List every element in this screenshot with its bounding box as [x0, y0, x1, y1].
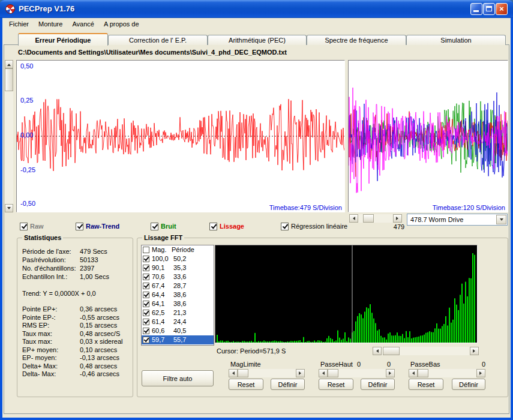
lissage-checkbox-label[interactable]: Lissage — [220, 223, 244, 230]
fft-hscroll-right-arrow[interactable] — [470, 347, 479, 355]
bruit-checkbox-label[interactable]: Bruit — [161, 223, 176, 230]
raw-checkbox-label[interactable]: Raw — [30, 223, 44, 230]
menu-monture[interactable]: Monture — [34, 19, 67, 29]
bruit-checkbox[interactable] — [151, 223, 158, 230]
fft-list-item[interactable]: 70,633,6 — [142, 272, 214, 281]
regression-lineaire-checkbox-label[interactable]: Régression linéaire — [291, 223, 347, 230]
left-chart[interactable]: 0,50 0,25 0,00 -0,25 -0,50 Timebase:479 … — [16, 60, 345, 212]
raw-trend-checkbox[interactable] — [76, 223, 83, 230]
menu-a-propos[interactable]: A propos de — [99, 19, 144, 29]
vscroll-up-arrow[interactable] — [5, 60, 13, 68]
tab-correction-ep[interactable]: Correction de l' E.P. — [108, 35, 208, 45]
passehaut-slider[interactable] — [319, 369, 395, 377]
fft-chart[interactable] — [215, 245, 478, 343]
stat-value: 0,36 arcsecs — [80, 305, 117, 313]
fft-list-item[interactable]: 60,640,5 — [142, 326, 214, 335]
lissage-checkbox[interactable] — [209, 223, 217, 230]
fft-item-checkbox[interactable] — [143, 265, 149, 271]
passebas-right-arrow[interactable] — [476, 369, 485, 377]
stat-row: Taux max:0,48 arcsec/S — [22, 330, 131, 338]
right-chart[interactable]: Timebase:120 S/Division — [348, 60, 508, 212]
fft-hscroll-track[interactable] — [382, 347, 470, 355]
tab-arithmetique-pec[interactable]: Arithmétique (PEC) — [208, 35, 307, 45]
tab-simulation[interactable]: Simulation — [406, 35, 506, 45]
definir-label: Définir — [278, 381, 298, 388]
minimize-button[interactable] — [470, 3, 482, 15]
regression-lineaire-checkbox[interactable] — [281, 223, 289, 230]
maglimite-right-arrow[interactable] — [296, 369, 305, 377]
filtre-auto-button[interactable]: Filtre auto — [142, 370, 214, 386]
fft-item-checkbox[interactable] — [143, 301, 149, 307]
passehaut-definir-button[interactable]: Définir — [361, 379, 395, 390]
fft-list-item-selected[interactable]: 59,755,7 — [142, 335, 214, 344]
passebas-left-arrow[interactable] — [409, 369, 418, 377]
close-button[interactable]: × — [496, 3, 508, 15]
fft-item-checkbox[interactable] — [143, 283, 149, 289]
stat-label: Pas/révolution: — [22, 256, 66, 263]
fft-list-item[interactable]: 100,050,2 — [142, 254, 214, 263]
stat-value: -0,46 arcsecs — [80, 370, 119, 378]
fft-hscrollbar[interactable] — [373, 347, 479, 355]
worm-drive-select[interactable]: 478.7 Worm Drive — [407, 214, 508, 226]
fft-header-period: Période — [172, 245, 194, 254]
combo-dropdown-button[interactable] — [496, 215, 506, 224]
fft-list-item[interactable]: 67,428,7 — [142, 281, 214, 290]
vscroll-down-arrow[interactable] — [5, 204, 13, 212]
fft-list-item[interactable]: 61,424,4 — [142, 317, 214, 326]
maglimite-thumb[interactable] — [238, 369, 248, 377]
fft-list-item[interactable]: 62,521,3 — [142, 308, 214, 317]
passehaut-right-arrow[interactable] — [386, 369, 395, 377]
hscroll-thumb[interactable] — [363, 214, 374, 223]
passehaut-label: PasseHaut — [320, 361, 353, 368]
fft-hscroll-left-arrow[interactable] — [373, 347, 382, 355]
y-tick: 0,00 — [20, 131, 33, 139]
hscroll-right-arrow[interactable] — [393, 214, 402, 223]
fft-list-item[interactable]: 64,438,6 — [142, 290, 214, 299]
passehaut-thumb[interactable] — [328, 369, 338, 377]
maglimite-left-arrow[interactable] — [229, 369, 238, 377]
fft-item-checkbox[interactable] — [143, 292, 149, 298]
passehaut-reset-button[interactable]: Reset — [319, 379, 353, 390]
fft-list-item[interactable]: 64,138,6 — [142, 299, 214, 308]
fft-hscroll-thumb[interactable] — [383, 347, 400, 355]
vscroll-thumb[interactable] — [5, 68, 13, 91]
stat-label: Delta- Max: — [22, 370, 56, 377]
fft-list-header[interactable]: Mag. Période — [142, 245, 214, 254]
passehaut-left-arrow[interactable] — [319, 369, 328, 377]
maglimite-track[interactable] — [238, 369, 296, 377]
passebas-track[interactable] — [418, 369, 476, 377]
fft-header-checkbox[interactable] — [143, 247, 149, 253]
fft-item-checkbox[interactable] — [143, 310, 149, 316]
right-chart-hscrollbar[interactable] — [349, 214, 402, 223]
passebas-reset-button[interactable]: Reset — [409, 379, 443, 390]
title-bar[interactable]: PECPrep V1.76 × — [0, 0, 513, 18]
fft-item-checkbox[interactable] — [143, 256, 149, 262]
raw-checkbox[interactable] — [20, 223, 28, 230]
stat-label: Echantillon Int.: — [22, 273, 67, 280]
fft-title: Lissage FFT — [142, 234, 184, 241]
raw-trend-checkbox-label[interactable]: Raw-Trend — [86, 223, 119, 230]
vscroll-track[interactable] — [5, 68, 13, 204]
fft-peak-list[interactable]: Mag. Période 100,050,2 90,135,3 70,633,6… — [141, 245, 214, 346]
menu-avance[interactable]: Avancé — [67, 19, 99, 29]
passebas-definir-button[interactable]: Définir — [452, 379, 485, 390]
hscroll-left-arrow[interactable] — [349, 214, 358, 223]
hscroll-track[interactable] — [358, 214, 393, 223]
passebas-slider[interactable] — [409, 369, 485, 377]
maglimite-reset-button[interactable]: Reset — [229, 379, 263, 390]
fft-item-mag: 67,4 — [152, 281, 164, 290]
maximize-button[interactable] — [483, 3, 495, 15]
fft-item-checkbox[interactable] — [143, 328, 149, 334]
maglimite-definir-button[interactable]: Définir — [271, 379, 305, 390]
tab-erreur-periodique[interactable]: Erreur Périodique — [18, 33, 108, 46]
maglimite-slider[interactable] — [229, 369, 305, 377]
passehaut-track[interactable] — [328, 369, 386, 377]
tab-spectre-frequence[interactable]: Spectre de fréquence — [307, 35, 406, 45]
left-chart-vscrollbar[interactable] — [5, 60, 13, 212]
fft-item-checkbox[interactable] — [143, 337, 149, 343]
fft-item-checkbox[interactable] — [143, 319, 149, 325]
menu-fichier[interactable]: Fichier — [4, 19, 34, 29]
passebas-thumb[interactable] — [418, 369, 428, 377]
fft-item-checkbox[interactable] — [143, 274, 149, 280]
fft-list-item[interactable]: 90,135,3 — [142, 263, 214, 272]
